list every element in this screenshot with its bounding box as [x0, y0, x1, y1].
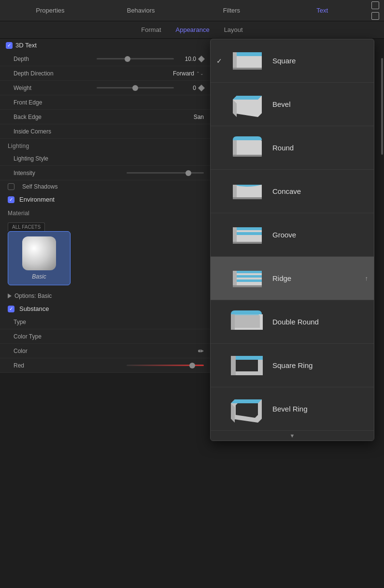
depth-keyframe-icon[interactable] — [198, 55, 205, 62]
svg-rect-31 — [231, 356, 236, 375]
3d-text-section: 3D Text — [0, 39, 212, 52]
left-panel: 3D Text Depth 10.0 Depth Direction Forwa… — [0, 39, 212, 373]
menu-item-round[interactable]: Round — [211, 126, 374, 170]
svg-rect-22 — [233, 279, 262, 282]
depth-direction-value: Forward — [173, 70, 194, 77]
depth-slider-thumb[interactable] — [125, 56, 130, 62]
depth-row: Depth 10.0 — [0, 52, 212, 66]
tab-filters[interactable]: Filters — [186, 2, 277, 19]
menu-item-groove[interactable]: Groove — [211, 213, 374, 257]
color-row: Color ✏ — [0, 344, 212, 358]
intensity-slider-thumb[interactable] — [185, 170, 191, 176]
svg-rect-17 — [233, 227, 237, 243]
menu-label-round: Round — [272, 144, 294, 152]
svg-rect-21 — [233, 275, 262, 278]
intensity-label: Intensity — [14, 170, 86, 176]
material-section-label: Material — [0, 206, 212, 219]
sub-tab-format[interactable]: Format — [141, 22, 161, 37]
svg-rect-13 — [233, 197, 262, 199]
tab-text[interactable]: Text — [277, 2, 368, 19]
shape-icon-ridge — [229, 260, 268, 297]
color-label: Color — [14, 348, 86, 354]
tab-behaviors[interactable]: Behaviors — [96, 2, 186, 19]
inside-corners-label: Inside Corners — [14, 128, 86, 135]
window-icon-1[interactable] — [371, 1, 379, 9]
menu-item-ridge[interactable]: Ridge ↑ — [211, 257, 374, 300]
weight-slider-thumb[interactable] — [132, 85, 138, 91]
sub-tab-appearance[interactable]: Appearance — [176, 22, 210, 37]
color-eyedropper[interactable]: ✏ — [198, 347, 204, 355]
window-icon-2[interactable] — [371, 12, 379, 20]
depth-direction-label: Depth Direction — [14, 70, 86, 77]
scroll-arrow-icon: ▼ — [290, 433, 295, 439]
red-label: Red — [14, 362, 86, 369]
tab-properties[interactable]: Properties — [5, 2, 96, 19]
red-slider-thumb[interactable] — [189, 363, 195, 368]
shape-icon-bevel-ring — [229, 391, 268, 427]
menu-label-bevel: Bevel — [272, 100, 291, 108]
cursor-indicator: ↑ — [365, 275, 369, 282]
red-slider-container — [86, 365, 204, 366]
material-name: Basic — [32, 273, 46, 280]
scrollbar-track[interactable] — [380, 39, 384, 373]
self-shadows-label: Self Shadows — [22, 183, 57, 190]
shape-icon-double-round — [229, 304, 268, 340]
scrollbar-thumb[interactable] — [381, 58, 383, 155]
color-type-label: Color Type — [14, 333, 86, 340]
svg-rect-29 — [236, 360, 258, 371]
svg-rect-26 — [234, 315, 260, 328]
menu-item-bevel[interactable]: Bevel — [211, 83, 374, 126]
sub-tab-bar: Format Appearance Layout — [0, 21, 384, 39]
weight-keyframe-icon[interactable] — [198, 84, 205, 91]
lighting-style-row: Lighting Style — [0, 151, 212, 166]
sub-tab-layout[interactable]: Layout — [224, 22, 243, 37]
options-expand-icon[interactable] — [8, 294, 12, 298]
menu-item-bevel-ring[interactable]: Bevel Ring — [211, 387, 374, 431]
weight-slider[interactable] — [97, 87, 174, 88]
front-edge-label: Front Edge — [14, 99, 86, 106]
menu-item-double-round[interactable]: Double Round — [211, 300, 374, 344]
main-panel: 3D Text Depth 10.0 Depth Direction Forwa… — [0, 39, 384, 373]
svg-rect-27 — [231, 314, 235, 330]
weight-row: Weight 0 — [0, 81, 212, 95]
shape-icon-groove — [229, 217, 268, 253]
menu-item-square-ring[interactable]: Square Ring — [211, 344, 374, 387]
depth-slider[interactable] — [97, 58, 174, 59]
svg-rect-24 — [233, 285, 262, 287]
svg-rect-3 — [233, 68, 262, 70]
depth-direction-dropdown[interactable]: Forward ⌃⌄ — [173, 70, 204, 77]
lighting-section-label: Lighting — [0, 139, 212, 151]
menu-label-square-ring: Square Ring — [272, 361, 313, 369]
depth-label: Depth — [14, 56, 86, 62]
scroll-down-indicator[interactable]: ▼ — [211, 431, 374, 441]
edge-style-dropdown: ✓ Square Beve — [210, 39, 374, 441]
depth-slider-container: 10.0 — [86, 56, 204, 62]
intensity-slider[interactable] — [127, 172, 204, 174]
material-thumbnail — [22, 236, 56, 270]
menu-item-square[interactable]: ✓ Square — [211, 39, 374, 83]
3d-text-checkbox[interactable] — [6, 42, 13, 49]
menu-label-groove: Groove — [272, 231, 296, 239]
menu-label-concave: Concave — [272, 187, 301, 195]
menu-item-concave[interactable]: Concave — [211, 170, 374, 213]
red-slider[interactable] — [127, 365, 204, 366]
svg-marker-5 — [233, 96, 262, 100]
svg-rect-10 — [233, 155, 262, 157]
self-shadows-checkbox[interactable] — [8, 183, 14, 190]
back-edge-value: San — [194, 114, 204, 120]
material-card[interactable]: Basic — [8, 231, 71, 285]
back-edge-label: Back Edge — [14, 114, 86, 120]
substance-checkbox[interactable] — [8, 306, 14, 312]
type-label: Type — [14, 319, 86, 325]
substance-section: Substance — [0, 303, 212, 315]
svg-rect-20 — [233, 271, 262, 273]
shape-icon-square-ring — [229, 347, 268, 384]
svg-rect-18 — [233, 242, 262, 244]
back-edge-row: Back Edge San — [0, 110, 212, 124]
menu-label-ridge: Ridge — [272, 274, 291, 282]
svg-rect-12 — [233, 185, 237, 198]
depth-direction-row: Depth Direction Forward ⌃⌄ — [0, 66, 212, 81]
environment-checkbox[interactable] — [8, 196, 14, 203]
options-row[interactable]: Options: Basic — [0, 289, 212, 303]
shape-icon-bevel — [229, 86, 268, 123]
